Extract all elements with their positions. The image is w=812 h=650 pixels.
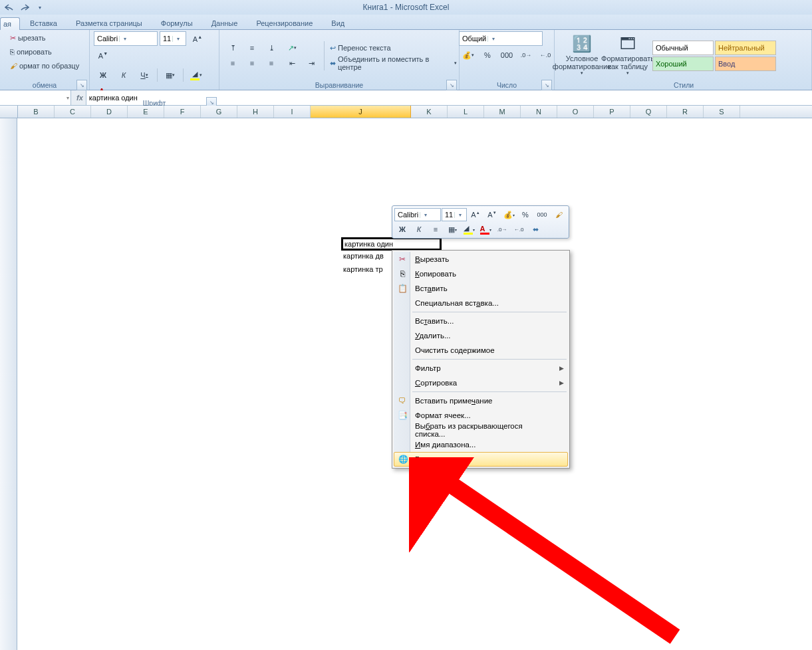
ctx-filter[interactable]: Фильтр▶ <box>394 361 568 376</box>
cut-button[interactable]: ✂ ырезать <box>8 31 48 45</box>
undo-dropdown-icon[interactable] <box>3 1 16 14</box>
column-header-P[interactable]: P <box>594 106 630 118</box>
tab-view[interactable]: Вид <box>323 17 353 29</box>
mini-format-painter[interactable]: 🖌 <box>551 208 567 221</box>
cell-style-good[interactable]: Хороший <box>652 56 714 71</box>
column-header-M[interactable]: M <box>484 106 521 118</box>
alignment-dialog-launcher-icon[interactable]: ↘ <box>446 80 457 90</box>
ctx-sort[interactable]: Сортировка▶ <box>394 376 568 390</box>
ctx-cut[interactable]: ✂Вырезать <box>394 252 568 267</box>
align-right-button[interactable]: ≡ <box>262 56 281 70</box>
orientation-button[interactable]: ↗▾ <box>283 41 301 55</box>
column-header-D[interactable]: D <box>91 106 128 118</box>
column-header-F[interactable]: F <box>164 106 201 118</box>
column-header-R[interactable]: R <box>667 106 704 118</box>
font-name-combo[interactable]: Calibri▾ <box>94 31 158 46</box>
wrap-text-button[interactable]: ↩ Перенос текста <box>328 41 459 55</box>
column-header-Q[interactable]: Q <box>630 106 667 118</box>
cell-style-normal[interactable]: Обычный <box>652 41 714 55</box>
mini-dec-decimal[interactable]: ←.0 <box>511 223 527 236</box>
ctx-clear[interactable]: Очистить содержимое <box>394 343 568 358</box>
column-header-S[interactable]: S <box>704 106 740 118</box>
shrink-font-button[interactable]: A▼ <box>94 48 112 62</box>
merge-center-button[interactable]: ⬌ Объединить и поместить в центре ▾ <box>328 56 459 70</box>
tab-review[interactable]: Рецензирование <box>247 17 321 29</box>
comma-format-button[interactable]: 000 <box>497 48 516 62</box>
grid-body[interactable]: картинка один картинка дв картинка тр Ca… <box>0 118 812 650</box>
active-cell[interactable]: картинка один <box>341 237 442 251</box>
ctx-name-range[interactable]: Имя диапазона... <box>394 437 568 452</box>
ctx-delete[interactable]: Удалить... <box>394 328 568 343</box>
mini-borders[interactable]: ▦▾ <box>444 223 460 236</box>
qat-customize-icon[interactable]: ▾ <box>33 1 47 14</box>
grow-font-button[interactable]: A▲ <box>188 31 207 46</box>
align-center-button[interactable]: ≡ <box>243 56 261 70</box>
tab-formulas[interactable]: Формулы <box>152 17 202 29</box>
borders-button[interactable]: ▦▾ <box>161 68 180 82</box>
ctx-paste-special[interactable]: Специальная вставка... <box>394 296 568 310</box>
name-box[interactable]: ▾ <box>0 90 71 105</box>
fill-color-button[interactable]: ◢▾ <box>187 68 205 82</box>
font-size-combo[interactable]: 11▾ <box>160 31 186 46</box>
column-header-K[interactable]: K <box>411 106 448 118</box>
ctx-hyperlink[interactable]: 🌐Гиперссылка... <box>394 452 568 467</box>
decrease-indent-button[interactable]: ⇤ <box>283 56 301 70</box>
cell-style-input[interactable]: Ввод <box>715 56 776 71</box>
mini-font-color[interactable]: A▾ <box>477 223 493 236</box>
column-header-C[interactable]: C <box>55 106 91 118</box>
column-header-I[interactable]: I <box>274 106 311 118</box>
tab-data[interactable]: Данные <box>203 17 247 29</box>
accounting-format-button[interactable]: 💰▾ <box>459 48 477 62</box>
mini-grow-font[interactable]: A▲ <box>468 208 483 221</box>
redo-icon[interactable] <box>18 1 31 14</box>
format-as-table-button[interactable]: 🗔 Форматировать как таблицу▾ <box>606 32 650 80</box>
mini-merge[interactable]: ⬌ <box>527 223 543 236</box>
mini-font-combo[interactable]: Calibri▾ <box>394 208 441 221</box>
copy-button[interactable]: ⎘ опировать <box>8 45 54 58</box>
column-header-J[interactable]: J <box>311 106 411 118</box>
column-header-G[interactable]: G <box>201 106 237 118</box>
select-all-corner[interactable] <box>0 106 18 118</box>
number-dialog-launcher-icon[interactable]: ↘ <box>541 80 552 90</box>
align-bottom-button[interactable]: ⤓ <box>262 41 281 55</box>
column-header-L[interactable]: L <box>448 106 484 118</box>
number-format-combo[interactable]: Общий▾ <box>459 31 543 46</box>
underline-button[interactable]: Ч▾ <box>135 68 154 82</box>
mini-bold[interactable]: Ж <box>394 223 410 236</box>
column-header-N[interactable]: N <box>521 106 557 118</box>
align-top-button[interactable]: ⤒ <box>223 41 242 55</box>
ctx-insert[interactable]: Вставить... <box>394 314 568 328</box>
mini-italic[interactable]: К <box>411 223 427 236</box>
align-left-button[interactable]: ≡ <box>223 56 242 70</box>
decrease-decimal-button[interactable]: ←.0 <box>536 48 555 62</box>
mini-percent[interactable]: % <box>517 208 533 221</box>
mini-comma[interactable]: 000 <box>534 208 550 221</box>
mini-accounting[interactable]: 💰▾ <box>501 208 517 221</box>
column-header-E[interactable]: E <box>128 106 164 118</box>
tab-insert[interactable]: Вставка <box>21 17 66 29</box>
italic-button[interactable]: К <box>114 68 133 82</box>
column-header-H[interactable]: H <box>237 106 274 118</box>
ctx-format-cells[interactable]: 📑Формат ячеек... <box>394 408 568 423</box>
conditional-formatting-button[interactable]: 🔢 Условное форматирование▾ <box>560 32 604 80</box>
increase-indent-button[interactable]: ⇥ <box>302 56 321 70</box>
column-header-O[interactable]: O <box>557 106 594 118</box>
tab-home[interactable]: ая <box>0 17 20 30</box>
mini-fill-color[interactable]: ◢▾ <box>461 223 477 236</box>
mini-size-combo[interactable]: 11▾ <box>442 208 467 221</box>
percent-format-button[interactable]: % <box>478 48 497 62</box>
bold-button[interactable]: Ж <box>94 68 112 82</box>
clipboard-dialog-launcher-icon[interactable]: ↘ <box>76 80 87 90</box>
ctx-copy[interactable]: ⎘Копировать <box>394 267 568 281</box>
mini-align-center[interactable]: ≡ <box>428 223 444 236</box>
column-header-B[interactable]: B <box>18 106 55 118</box>
align-middle-button[interactable]: ≡ <box>243 41 261 55</box>
format-painter-button[interactable]: 🖌 ормат по образцу <box>8 59 81 72</box>
mini-shrink-font[interactable]: A▼ <box>484 208 500 221</box>
tab-page-layout[interactable]: Разметка страницы <box>67 17 151 29</box>
fx-icon[interactable]: fx <box>76 94 83 102</box>
ctx-paste[interactable]: 📋Вставить <box>394 281 568 296</box>
increase-decimal-button[interactable]: .0→ <box>517 48 535 62</box>
ctx-insert-comment[interactable]: 🗨Вставить примечание <box>394 393 568 408</box>
ctx-pick-from-list[interactable]: Выбрать из раскрывающегося списка... <box>394 423 568 437</box>
